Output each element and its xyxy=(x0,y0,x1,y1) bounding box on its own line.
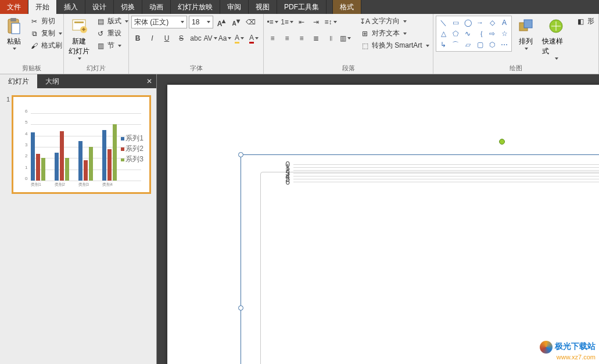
numbering-button[interactable]: 1≡ xyxy=(281,16,293,28)
align-justify-button[interactable]: ≣ xyxy=(310,32,322,45)
highlight-icon: A xyxy=(235,34,239,44)
rotate-handle[interactable] xyxy=(499,139,505,145)
clear-format-button[interactable]: ⌫ xyxy=(244,16,257,28)
arrange-icon xyxy=(516,17,535,35)
spacing-button[interactable]: AV xyxy=(204,32,217,45)
paste-label: 粘贴 xyxy=(7,37,21,46)
thumb-legend: 系列1 系列2 系列3 xyxy=(121,133,144,165)
layout-button[interactable]: ▤版式 xyxy=(94,16,130,27)
chart-object[interactable]: 0123456 xyxy=(260,172,599,364)
shapes-gallery[interactable]: ＼ ▭ ◯ → ◇ A △ ⬠ ∿ ｛ ⇨ ☆ ↳ ⌒ ▱ ▢ ⬡ ⋯ xyxy=(436,16,512,52)
distribute-button[interactable]: ⫴ xyxy=(324,32,337,45)
reset-icon: ↺ xyxy=(96,29,105,38)
new-slide-button[interactable]: ✦ 新建 幻灯片 xyxy=(66,16,92,61)
align-center-icon: ≡ xyxy=(285,34,289,42)
align-justify-icon: ≣ xyxy=(313,34,319,42)
thumbnail-list[interactable]: 1 系列1 系列2 系列3 0123456类别1类别2类别3类别4 xyxy=(0,88,156,364)
editor-canvas[interactable]: 0123456 xyxy=(157,74,599,364)
columns-icon: ▥ xyxy=(340,34,346,42)
align-left-button[interactable]: ≡ xyxy=(266,32,279,45)
font-color-button[interactable]: A xyxy=(248,32,260,45)
shape-text-icon: A xyxy=(498,17,510,28)
bullets-button[interactable]: •≡ xyxy=(266,16,279,28)
distribute-icon: ⫴ xyxy=(329,34,332,42)
tab-format-contextual[interactable]: 格式 xyxy=(332,0,361,14)
slide-thumbnail-1[interactable]: 1 系列1 系列2 系列3 0123456类别1类别2类别3类别4 xyxy=(12,95,151,194)
svg-text:✦: ✦ xyxy=(81,26,87,34)
tab-transition[interactable]: 切换 xyxy=(114,0,142,14)
tab-animation[interactable]: 动画 xyxy=(142,0,171,14)
align-center-button[interactable]: ≡ xyxy=(281,32,293,45)
shape-curve-icon: ∿ xyxy=(462,28,474,39)
resize-handle-w[interactable] xyxy=(238,305,243,311)
shape-triangle-icon: △ xyxy=(437,28,449,39)
quick-styles-button[interactable]: 快速样式 xyxy=(540,16,572,61)
section-button[interactable]: ▥节 xyxy=(94,40,130,51)
italic-button[interactable]: I xyxy=(146,32,159,45)
group-drawing: ＼ ▭ ◯ → ◇ A △ ⬠ ∿ ｛ ⇨ ☆ ↳ ⌒ ▱ ▢ ⬡ ⋯ xyxy=(433,14,599,74)
paste-button[interactable]: 粘贴 xyxy=(2,16,26,51)
new-slide-label: 新建 幻灯片 xyxy=(69,37,89,56)
shape-flow-icon: ▱ xyxy=(462,39,474,50)
shadow-button[interactable]: abc xyxy=(189,32,202,45)
grow-font-button[interactable]: A▴ xyxy=(215,16,228,28)
resize-handle-nw[interactable] xyxy=(238,152,243,157)
shape-rect-icon: ▭ xyxy=(450,17,461,28)
group-clipboard: 粘贴 ✂剪切 ⧉复制 🖌格式刷 剪贴板 xyxy=(0,14,64,74)
panel-close-button[interactable]: ✕ xyxy=(142,74,156,88)
highlight-button[interactable]: A xyxy=(233,32,246,45)
indent-icon: ⇥ xyxy=(313,18,319,26)
shape-arc-icon: ⌒ xyxy=(450,39,461,50)
close-icon: ✕ xyxy=(146,77,152,85)
panel-tab-outline[interactable]: 大纲 xyxy=(37,74,67,88)
shape-fill-button[interactable]: ◧形 xyxy=(574,16,596,27)
change-case-button[interactable]: Aa xyxy=(218,32,231,45)
copy-button[interactable]: ⧉复制 xyxy=(28,28,64,39)
underline-button[interactable]: U xyxy=(160,32,173,45)
layout-icon: ▤ xyxy=(96,17,105,26)
shrink-font-button[interactable]: A▾ xyxy=(229,16,242,28)
shape-diamond-icon: ◇ xyxy=(486,17,498,28)
format-painter-button[interactable]: 🖌格式刷 xyxy=(28,40,64,51)
tab-file[interactable]: 文件 xyxy=(0,0,28,14)
align-text-button[interactable]: ⊞对齐文本 xyxy=(358,28,431,39)
arrange-button[interactable]: 排列 xyxy=(514,16,537,51)
slide-1[interactable]: 0123456 xyxy=(167,85,599,364)
tab-pdf[interactable]: PDF工具集 xyxy=(277,0,327,14)
indent-button[interactable]: ⇥ xyxy=(310,16,322,28)
align-right-button[interactable]: ≡ xyxy=(295,32,308,45)
brush-icon: 🖌 xyxy=(30,41,39,51)
font-size-select[interactable]: 18 xyxy=(189,16,213,28)
outdent-button[interactable]: ⇤ xyxy=(295,16,308,28)
svg-rect-8 xyxy=(524,20,532,28)
font-name-select[interactable]: 宋体 (正文) xyxy=(131,16,187,28)
tab-slideshow[interactable]: 幻灯片放映 xyxy=(171,0,220,14)
svg-rect-1 xyxy=(10,18,16,21)
tab-view[interactable]: 视图 xyxy=(249,0,277,14)
line-spacing-button[interactable]: ≡↕ xyxy=(324,16,337,28)
tab-home[interactable]: 开始 xyxy=(28,0,57,14)
italic-icon: I xyxy=(151,34,153,42)
outdent-icon: ⇤ xyxy=(299,18,304,26)
tab-insert[interactable]: 插入 xyxy=(57,0,85,14)
shape-penta-icon: ⬠ xyxy=(450,28,461,39)
strike-button[interactable]: S xyxy=(175,32,188,45)
reset-button[interactable]: ↺重设 xyxy=(94,28,130,39)
panel-tab-slides[interactable]: 幻灯片 xyxy=(0,74,37,88)
convert-smartart-button[interactable]: ⬚转换为 SmartArt xyxy=(358,40,431,51)
align-left-icon: ≡ xyxy=(270,34,274,42)
text-direction-button[interactable]: ↧A文字方向 xyxy=(358,16,431,27)
ribbon: 粘贴 ✂剪切 ⧉复制 🖌格式刷 剪贴板 ✦ 新建 幻灯片 ▤版式 ↺重设 ▥节 xyxy=(0,14,599,74)
bold-button[interactable]: B xyxy=(131,32,144,45)
columns-button[interactable]: ▥ xyxy=(339,32,351,45)
copy-icon: ⧉ xyxy=(30,29,39,38)
cut-button[interactable]: ✂剪切 xyxy=(28,16,64,27)
chevron-down-icon xyxy=(13,48,16,50)
group-slides: ✦ 新建 幻灯片 ▤版式 ↺重设 ▥节 幻灯片 xyxy=(64,14,129,74)
svg-rect-2 xyxy=(12,23,20,34)
tab-design[interactable]: 设计 xyxy=(85,0,114,14)
spacing-icon: AV xyxy=(203,34,212,42)
text-direction-icon: ↧A xyxy=(360,17,370,26)
bucket-icon: ◧ xyxy=(576,17,585,26)
tab-review[interactable]: 审阅 xyxy=(220,0,249,14)
